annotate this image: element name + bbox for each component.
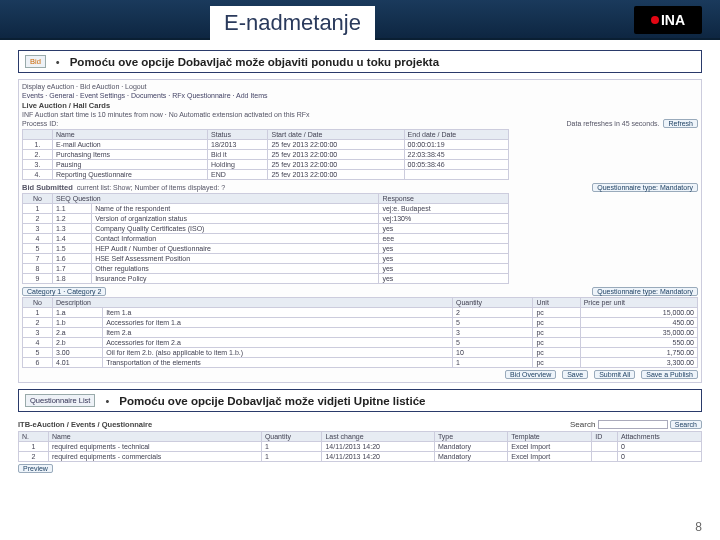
table-cell: 1 (261, 452, 322, 462)
callout-bid-text: Pomoću ove opcije Dobavljač može objavit… (70, 56, 439, 68)
table-cell: Purchasing Items (53, 150, 208, 160)
it-col-no: No (23, 298, 53, 308)
table-cell: 00:00:01:19 (404, 140, 508, 150)
table-cell: 1 (19, 442, 49, 452)
table-cell: 14/11/2013 14:20 (322, 452, 435, 462)
table-cell: 14/11/2013 14:20 (322, 442, 435, 452)
col-status: Status (208, 130, 268, 140)
table-cell: 0 (617, 442, 701, 452)
seq-col-q: SEQ Question (53, 194, 379, 204)
search-button[interactable]: Search (670, 420, 702, 429)
table-cell: Excel Import (508, 442, 592, 452)
table-cell: 4 (23, 338, 53, 348)
table-cell: 3. (23, 160, 53, 170)
table-cell: 1.b (53, 318, 103, 328)
items-tabs[interactable]: Category 1 · Category 2 (22, 287, 106, 296)
bullet-icon: • (46, 56, 70, 68)
table-cell: pc (533, 338, 580, 348)
info-line: INF Auction start time is 10 minutes fro… (22, 111, 310, 118)
col-end: End date / Date (404, 130, 508, 140)
table-cell: Accessories for item 2.a (103, 338, 453, 348)
table-cell: 3 (23, 328, 53, 338)
table-cell: 1 (261, 442, 322, 452)
auction-heading: Live Auction / Hall Cards (22, 101, 698, 110)
table-cell: yes (379, 244, 508, 254)
table-cell: 25 fev 2013 22:00:00 (268, 150, 404, 160)
breadcrumb: ITB-eAuction / Events / Questionnaire (18, 420, 152, 429)
table-cell: Version of organization status (92, 214, 379, 224)
it-col-desc: Description (53, 298, 453, 308)
tab-row: Events · General · Event Settings · Docu… (22, 92, 698, 99)
table-cell: 1.a (53, 308, 103, 318)
table-cell: yes (379, 254, 508, 264)
table-cell: 25 fev 2013 22:00:00 (268, 140, 404, 150)
col-header: Last change (322, 432, 435, 442)
table-cell: 35,000.00 (580, 328, 697, 338)
table-cell: Reporting Questionnaire (53, 170, 208, 180)
table-cell: 550.00 (580, 338, 697, 348)
table-cell: Holding (208, 160, 268, 170)
preview-button[interactable]: Preview (18, 464, 53, 473)
table-cell: 1.3 (53, 224, 92, 234)
table-cell: 5 (453, 318, 533, 328)
table-cell: 4. (23, 170, 53, 180)
table-cell: 3,300.00 (580, 358, 697, 368)
save-publish-button[interactable]: Save a Publish (641, 370, 698, 379)
table-cell: 3.00 (53, 348, 103, 358)
table-cell: 1.4 (53, 234, 92, 244)
search-input[interactable] (598, 420, 668, 429)
table-cell: 2.b (53, 338, 103, 348)
table-cell: 1.8 (53, 274, 92, 284)
table-cell: 00:05:38:46 (404, 160, 508, 170)
bullet-icon: • (95, 395, 119, 407)
table-cell: 2 (453, 308, 533, 318)
table-cell: 2 (19, 452, 49, 462)
table-cell: eee (379, 234, 508, 244)
table-cell: 1.7 (53, 264, 92, 274)
save-button[interactable]: Save (562, 370, 588, 379)
table-cell (592, 442, 618, 452)
questionnaire-type-select[interactable]: Questionnaire type: Mandatory (592, 183, 698, 192)
col-header: Name (49, 432, 262, 442)
events-table: Name Status Start date / Date End date /… (22, 129, 509, 180)
callout-questionnaire: Questionnaire List • Pomoću ove opcije D… (18, 389, 702, 412)
table-cell: Transportation of the elements (103, 358, 453, 368)
table-cell: vej:130% (379, 214, 508, 224)
table-cell: 5 (453, 338, 533, 348)
table-cell: Company Quality Certificates (ISO) (92, 224, 379, 234)
table-cell: yes (379, 264, 508, 274)
page-title: E-nadmetanje (210, 6, 375, 40)
items-table: No Description Quantity Unit Price per u… (22, 297, 698, 368)
top-menu: Display eAuction · Bid eAuction · Logout (22, 83, 698, 90)
questionnaire-screenshot: ITB-eAuction / Events / Questionnaire Se… (18, 418, 702, 473)
table-cell: Insurance Policy (92, 274, 379, 284)
table-cell: 22:03:38:45 (404, 150, 508, 160)
table-cell: Accessories for item 1.a (103, 318, 453, 328)
table-cell: pc (533, 348, 580, 358)
items-type-select[interactable]: Questionnaire type: Mandatory (592, 287, 698, 296)
table-cell: 6 (23, 358, 53, 368)
bid-overview-button[interactable]: Bid Overview (505, 370, 556, 379)
table-cell: 1.1 (53, 204, 92, 214)
table-cell: Other regulations (92, 264, 379, 274)
auction-screenshot: Display eAuction · Bid eAuction · Logout… (18, 79, 702, 383)
table-cell: 2.a (53, 328, 103, 338)
table-cell: E-mail Auction (53, 140, 208, 150)
it-col-unit: Unit (533, 298, 580, 308)
table-cell: pc (533, 318, 580, 328)
it-col-qty: Quantity (453, 298, 533, 308)
table-cell: 7 (23, 254, 53, 264)
table-cell: Mandatory (434, 452, 507, 462)
callout-questionnaire-text: Pomoću ove opcije Dobavljač može vidjeti… (119, 395, 425, 407)
table-cell: Item 2.a (103, 328, 453, 338)
col-header: Type (434, 432, 507, 442)
questionnaire-list-button[interactable]: Questionnaire List (25, 394, 95, 407)
refresh-button[interactable]: Refresh (663, 119, 698, 128)
seq-col-resp: Response (379, 194, 508, 204)
table-cell: 25 fev 2013 22:00:00 (268, 170, 404, 180)
submit-all-button[interactable]: Submit All (594, 370, 635, 379)
bid-button[interactable]: Bid (25, 55, 46, 68)
table-cell: pc (533, 328, 580, 338)
table-cell: yes (379, 224, 508, 234)
questionnaire-table: N.NameQuantityLast changeTypeTemplateIDA… (18, 431, 702, 462)
